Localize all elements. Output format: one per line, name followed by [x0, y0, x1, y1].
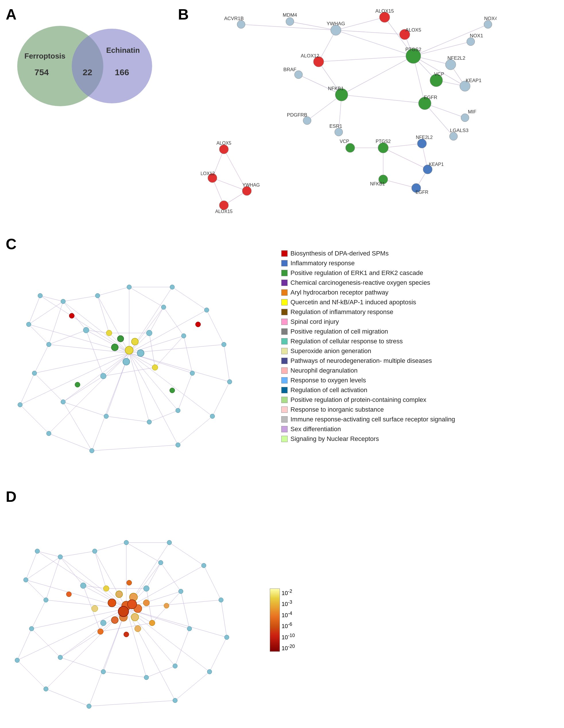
venn-num-center: 22 — [83, 67, 92, 77]
legend-text: Response to inorganic substance — [290, 406, 384, 413]
svg-point-163 — [32, 371, 37, 375]
c-network-outer-nodes — [18, 285, 232, 453]
svg-line-238 — [46, 557, 60, 600]
svg-line-237 — [32, 600, 46, 629]
legend-color-box — [281, 319, 288, 325]
svg-point-178 — [210, 414, 215, 419]
svg-point-196 — [195, 322, 201, 327]
svg-point-288 — [144, 586, 149, 591]
legend-color-box — [281, 338, 288, 344]
svg-point-264 — [44, 598, 48, 602]
page-container: A Ferroptosis Echinatin 754 22 166 B — [0, 0, 564, 728]
svg-point-269 — [173, 664, 177, 668]
venn-num-left: 754 — [34, 67, 49, 77]
svg-text:KEAP1: KEAP1 — [429, 162, 444, 167]
svg-line-250 — [175, 672, 210, 700]
svg-point-168 — [190, 371, 195, 375]
legend-color-box — [281, 270, 288, 276]
legend-item: Response to oxygen levels — [281, 377, 459, 384]
svg-point-307 — [118, 606, 129, 617]
svg-text:NFKB1: NFKB1 — [370, 181, 385, 186]
bl-nodes: ALOX5 ALOX12 YWHAG ALOX15 — [201, 141, 260, 214]
svg-line-199 — [60, 557, 126, 609]
panel-d-network — [6, 497, 255, 721]
top-network-edges — [241, 17, 488, 136]
svg-text:PTGS2: PTGS2 — [405, 47, 421, 52]
legend-item: Chemical carcinogenesis-reactive oxygen … — [281, 279, 459, 286]
svg-line-158 — [155, 336, 184, 367]
legend-color-box — [281, 426, 288, 432]
panel-a: A Ferroptosis Echinatin 754 22 166 — [6, 6, 166, 115]
legend-text: Regulation of inflammatory response — [290, 308, 393, 316]
svg-point-296 — [116, 591, 123, 598]
panel-b: B ACVR1B — [178, 6, 551, 218]
svg-text:YWHAG: YWHAG — [243, 183, 260, 187]
legend-color-box — [281, 299, 288, 305]
colorbar-label-5: 10-10 — [282, 633, 295, 641]
svg-line-224 — [126, 566, 204, 609]
svg-line-118 — [129, 353, 230, 382]
svg-point-173 — [26, 322, 31, 327]
svg-text:YWHAG: YWHAG — [327, 21, 345, 26]
legend-text: Superoxide anion generation — [290, 347, 371, 355]
legend-text: Quercetin and Nf-kB/AP-1 induced apoptos… — [290, 299, 416, 306]
svg-point-274 — [92, 549, 97, 553]
legend-color-box — [281, 416, 288, 423]
svg-point-283 — [201, 563, 206, 568]
svg-line-134 — [49, 301, 63, 344]
svg-line-144 — [49, 433, 92, 451]
svg-text:VCP: VCP — [434, 71, 444, 77]
svg-line-235 — [60, 657, 103, 672]
svg-text:KEAP1: KEAP1 — [466, 78, 482, 83]
svg-point-85 — [378, 143, 388, 153]
svg-point-302 — [100, 620, 106, 626]
legend-text: Biosynthesis of DPA-derived SPMs — [290, 250, 389, 257]
legend-text: Aryl hydrocarbon receptor pathway — [290, 289, 388, 296]
panel-b-label: B — [178, 6, 189, 23]
svg-line-221 — [126, 609, 210, 672]
svg-point-198 — [170, 388, 175, 393]
svg-line-259 — [95, 551, 106, 588]
svg-point-187 — [152, 365, 158, 370]
svg-point-175 — [46, 431, 51, 436]
svg-point-45 — [445, 59, 456, 70]
svg-text:PDGFRB: PDGFRB — [287, 112, 307, 118]
legend-item: Sex differentiation — [281, 425, 459, 433]
legend-item: Response to inorganic substance — [281, 406, 459, 413]
panel-c-network — [6, 244, 255, 468]
svg-point-172 — [95, 293, 100, 298]
svg-line-133 — [34, 344, 49, 373]
svg-point-188 — [100, 373, 106, 379]
svg-point-162 — [46, 342, 51, 347]
legend-color-box — [281, 397, 288, 403]
svg-line-117 — [129, 353, 212, 416]
legend-text: Inflammatory response — [290, 260, 355, 267]
svg-point-271 — [179, 589, 183, 594]
svg-point-25 — [237, 20, 245, 28]
svg-text:NFE2L2: NFE2L2 — [416, 135, 433, 140]
svg-line-153 — [29, 296, 40, 324]
legend-color-box — [281, 309, 288, 315]
legend-item: Regulation of inflammatory response — [281, 308, 459, 316]
svg-point-286 — [80, 583, 86, 588]
venn-diagram: Ferroptosis Echinatin 754 22 166 — [11, 23, 161, 109]
svg-text:ALOX15: ALOX15 — [215, 209, 233, 214]
svg-line-155 — [49, 330, 86, 344]
svg-point-68 — [219, 145, 228, 154]
svg-point-297 — [131, 613, 139, 621]
svg-text:EGFR: EGFR — [424, 95, 437, 100]
svg-line-252 — [221, 600, 227, 637]
legend-color-box — [281, 387, 288, 393]
svg-point-270 — [187, 626, 192, 631]
svg-line-229 — [126, 543, 161, 563]
legend-color-box — [281, 250, 288, 257]
svg-point-299 — [92, 605, 98, 612]
legend-color-box — [281, 406, 288, 413]
svg-point-303 — [66, 592, 71, 597]
svg-line-154 — [63, 301, 86, 330]
colorbar: 10-2 10-3 10-4 10-6 10-10 10-20 — [270, 588, 295, 652]
svg-point-176 — [90, 448, 94, 453]
svg-line-150 — [172, 287, 207, 310]
svg-point-59 — [461, 114, 469, 122]
legend-text: Signaling by Nuclear Receptors — [290, 435, 379, 443]
